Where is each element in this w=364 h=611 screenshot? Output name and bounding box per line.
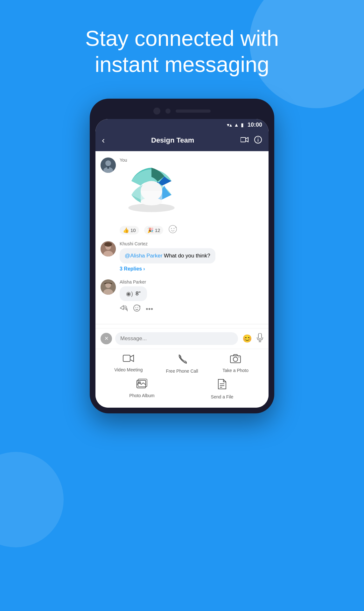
avatar-you (101, 158, 116, 173)
message-alisha: Alisha Parker ◉) 8" (101, 279, 263, 301)
close-button[interactable]: ✕ (101, 333, 112, 344)
send-file-icon (218, 379, 227, 392)
party-count: 12 (155, 228, 160, 233)
party-emoji: 🎉 (147, 227, 154, 233)
phone-screen: ▾▴ ▲ ▮ 10:00 ‹ Design Team (95, 119, 269, 408)
status-icons: ▾▴ ▲ ▮ 10:00 (227, 122, 262, 128)
message-actions: ••• (101, 304, 263, 314)
mention-text: @Alisha Parker (125, 253, 162, 259)
wifi-icon: ▾▴ (227, 122, 232, 128)
svg-rect-0 (241, 137, 246, 142)
battery-icon: ▮ (241, 122, 244, 128)
svg-point-20 (104, 242, 112, 247)
svg-point-11 (169, 225, 177, 233)
input-area: ✕ 😊 (95, 328, 269, 349)
chevron-right-icon: › (143, 266, 145, 272)
send-file-button[interactable]: Send a File (206, 379, 238, 399)
message-input[interactable] (115, 332, 238, 345)
phone-speaker (176, 109, 211, 113)
reaction-thumbsup[interactable]: 👍 10 (120, 226, 139, 235)
hero-text: Stay connected with instant messaging (0, 25, 364, 77)
svg-point-13 (174, 228, 175, 229)
msg-alisha-content: Alisha Parker ◉) 8" (120, 279, 263, 301)
replies-count: 3 Replies (120, 266, 142, 272)
close-icon: ✕ (104, 335, 108, 341)
thumbsup-emoji: 👍 (123, 227, 129, 233)
add-reaction-button[interactable] (168, 225, 177, 235)
svg-rect-37 (123, 355, 130, 362)
phone-notch (95, 104, 269, 119)
phone-wrapper: ▾▴ ▲ ▮ 10:00 ‹ Design Team (90, 99, 274, 413)
video-meeting-icon (123, 354, 134, 365)
khushi-message-bubble: @Alisha Parker What do you think? (120, 248, 215, 263)
reaction-party[interactable]: 🎉 12 (144, 226, 164, 235)
svg-point-39 (233, 357, 238, 362)
sender-alisha: Alisha Parker (120, 279, 263, 284)
video-call-button[interactable] (241, 137, 249, 144)
photo-album-label: Photo Album (129, 393, 154, 398)
status-time: 10:00 (248, 122, 262, 128)
svg-point-5 (105, 160, 111, 166)
voice-duration: 8" (136, 291, 141, 297)
phone-camera2 (165, 109, 171, 114)
reactions-row: 👍 10 🎉 12 (101, 225, 263, 235)
action-row-1: Video Meeting Free Phone Call (95, 354, 269, 374)
sender-khushi: Khushi Cortez (120, 241, 263, 246)
sender-you: You (120, 158, 263, 163)
svg-point-29 (136, 307, 136, 308)
svg-point-3 (258, 137, 258, 138)
hero-line1: Stay connected with (85, 26, 279, 50)
emoji-button[interactable]: 😊 (241, 334, 253, 343)
microphone-button[interactable] (256, 333, 263, 344)
free-phone-call-button[interactable]: Free Phone Call (166, 354, 198, 374)
action-row-2: Photo Album Send a File (95, 379, 269, 399)
chat-title: Design Team (151, 136, 194, 144)
bg-circle-bottom (0, 452, 64, 547)
phone-outer: ▾▴ ▲ ▮ 10:00 ‹ Design Team (90, 99, 274, 413)
message-you: You (101, 158, 263, 221)
voice-message-bubble: ◉) 8" (120, 286, 147, 301)
info-button[interactable] (254, 136, 262, 145)
message-khushi: Khushi Cortez @Alisha Parker What do you… (101, 241, 263, 272)
take-photo-label: Take a Photo (222, 368, 248, 373)
hero-line2: instant messaging (95, 52, 269, 76)
react-button[interactable] (133, 304, 141, 314)
svg-rect-34 (258, 333, 262, 339)
chat-header: ‹ Design Team (95, 131, 269, 151)
video-meeting-button[interactable]: Video Meeting (113, 354, 144, 372)
more-actions-button[interactable]: ••• (146, 305, 153, 313)
photo-album-icon (136, 379, 147, 390)
replies-link[interactable]: 3 Replies › (120, 266, 263, 272)
reply-button[interactable] (120, 305, 128, 313)
msg-khushi-content: Khushi Cortez @Alisha Parker What do you… (120, 241, 263, 272)
photo-album-button[interactable]: Photo Album (126, 379, 158, 398)
svg-point-40 (239, 356, 240, 357)
action-bar: Video Meeting Free Phone Call (95, 349, 269, 408)
avatar-khushi (101, 241, 116, 256)
back-button[interactable]: ‹ (102, 135, 105, 145)
voice-wave-icon: ◉) (126, 290, 133, 297)
donut-chart (120, 168, 183, 217)
separator (95, 324, 269, 324)
video-meeting-label: Video Meeting (114, 367, 143, 372)
chat-area: You (95, 151, 269, 320)
svg-point-12 (171, 228, 172, 229)
avatar-alisha (101, 279, 116, 295)
thumbsup-count: 10 (130, 228, 136, 233)
phone-camera (153, 108, 160, 115)
status-bar: ▾▴ ▲ ▮ 10:00 (95, 119, 269, 131)
header-actions (241, 136, 262, 145)
msg-you-content: You (120, 158, 263, 221)
message-text-khushi: What do you think? (162, 253, 210, 259)
chart-container (120, 165, 263, 221)
take-photo-button[interactable]: Take a Photo (220, 354, 251, 373)
camera-icon (230, 354, 241, 365)
free-phone-call-label: Free Phone Call (166, 369, 198, 374)
svg-point-30 (137, 307, 138, 308)
send-file-label: Send a File (211, 394, 234, 399)
svg-rect-7 (107, 166, 109, 169)
signal-icon: ▲ (234, 122, 239, 128)
phone-call-icon (177, 354, 187, 366)
